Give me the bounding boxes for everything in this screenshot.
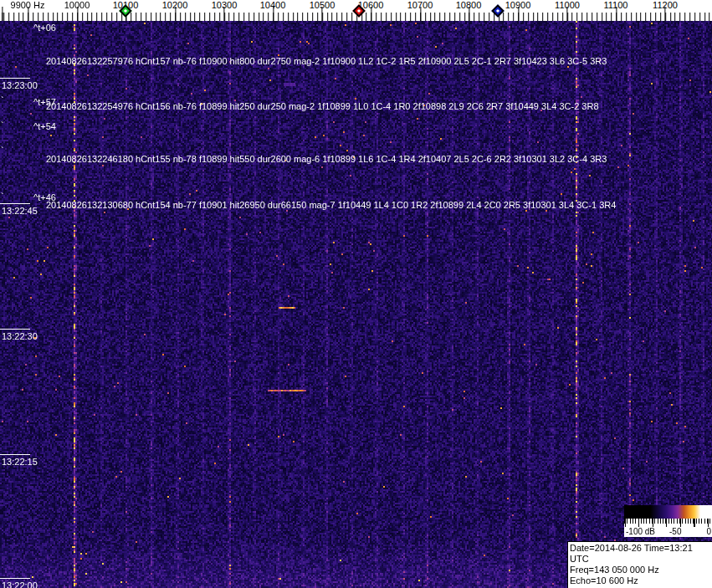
frequency-tick-label: 10700 [407, 0, 433, 10]
time-tick-line [0, 203, 30, 204]
marker-center-dot [496, 9, 499, 13]
color-scale-gradient [624, 505, 712, 519]
frequency-tick-label: 11200 [653, 0, 678, 10]
frequency-tick-label: 11000 [555, 0, 580, 10]
event-time-tag: ^t+54 [33, 121, 56, 131]
frequency-tick-label: 10400 [260, 0, 286, 10]
left-edge-tick-mark: ` [1, 146, 4, 156]
frequency-tick-label: 10900 [505, 0, 531, 10]
event-detail-text: 20140826132257976 hCnt157 nb-76 f10900 h… [46, 56, 607, 66]
db-scale-labels: -100 dB -50 0 [624, 527, 712, 537]
db-label-max: 0 [706, 527, 711, 536]
frequency-tick-label: 10800 [456, 0, 482, 10]
time-tick-label: 13:22:00 [2, 580, 38, 588]
db-scale-ruler: -100 dB -50 0 [624, 519, 712, 537]
frequency-tick-label: 9900 Hz [11, 0, 45, 10]
time-tick-label: 13:22:30 [2, 331, 38, 341]
time-tick-line [0, 329, 30, 330]
event-time-tag: ^t+06 [33, 23, 56, 33]
time-tick-label: 13:22:15 [2, 457, 38, 467]
event-detail-text: 20140826132246180 hCnt155 nb-78 f10899 h… [46, 154, 607, 164]
db-label-min: -100 dB [626, 527, 655, 536]
marker-center-dot [124, 9, 127, 13]
db-scale-minor-ticks [624, 519, 712, 524]
db-scale-legend: -100 dB -50 0 [624, 505, 712, 537]
left-edge-tick-mark: ` [1, 120, 4, 130]
info-echo-freq: Echo=10 600 Hz [570, 575, 712, 586]
meteor-echo-spectrogram-window: 13:23:0013:22:4513:22:3013:22:1513:22:00… [0, 0, 712, 588]
frequency-tick-label: 10000 [64, 0, 90, 10]
time-tick-line [0, 78, 30, 79]
info-date-time: Date=2014-08-26 Time=13:21 UTC [570, 543, 712, 565]
time-tick-label: 13:23:00 [2, 80, 38, 90]
event-detail-text: 20140826132254976 hCnt156 nb-76 f10899 h… [46, 101, 599, 111]
time-tick-line [0, 578, 30, 579]
event-detail-text: 20140826132130680 hCnt154 nb-77 f10901 h… [46, 200, 616, 210]
left-edge-tick-mark: ` [1, 192, 4, 202]
marker-center-dot [357, 9, 361, 13]
frequency-ruler: 9900 Hz100001010010200103001040010500106… [0, 0, 712, 21]
db-label-mid: -50 [669, 527, 681, 536]
frequency-tick-label: 11100 [604, 0, 628, 10]
frequency-tick-label: 10500 [310, 0, 336, 10]
frequency-tick-label: 10200 [162, 0, 188, 10]
info-frequency: Freq=143 050 000 Hz [570, 565, 712, 575]
status-info-box: Date=2014-08-26 Time=13:21 UTC Freq=143 … [567, 541, 712, 588]
left-edge-tick-mark: ` [1, 95, 4, 105]
time-tick-line [0, 454, 30, 455]
frequency-tick-label: 10300 [212, 0, 238, 10]
time-tick-label: 13:22:45 [2, 206, 38, 216]
